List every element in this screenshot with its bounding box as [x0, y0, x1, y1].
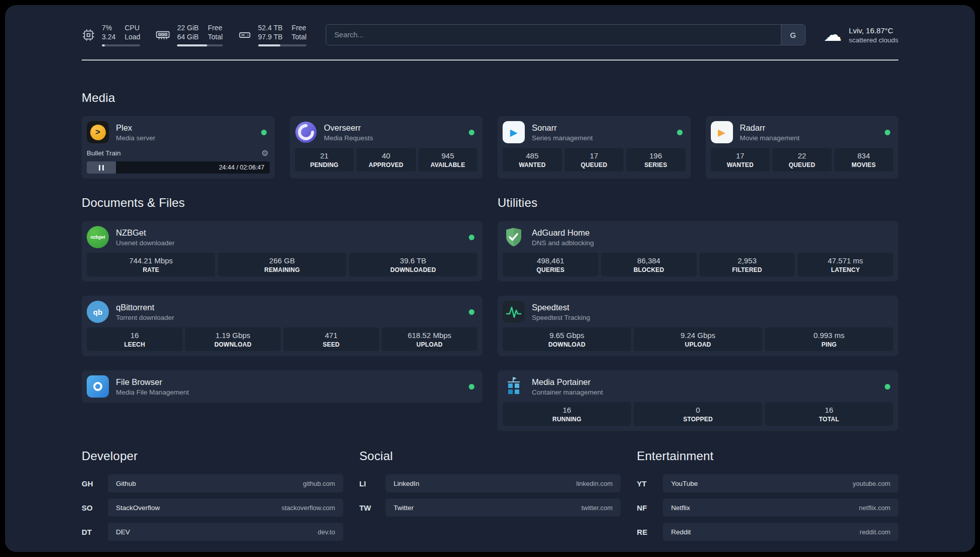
- bookmark-name: Twitter: [394, 504, 414, 512]
- stat-tile: 485 WANTED: [503, 148, 562, 172]
- stat-label: QUERIES: [505, 266, 596, 273]
- bookmark-link-github[interactable]: GH Github github.com: [82, 474, 343, 492]
- service-card-radarr[interactable]: ▶ Radarr Movie management 17 WANTED 22 Q…: [706, 116, 899, 179]
- status-indicator: [469, 130, 474, 135]
- service-name: Plex: [116, 123, 155, 133]
- bookmark-link-netflix[interactable]: NF Netflix netflix.com: [637, 498, 898, 517]
- stat-tile: 86,384 BLOCKED: [601, 253, 697, 276]
- dashboard-panel: 7% 3.24 CPU Load: [5, 5, 975, 552]
- stat-value: 196: [628, 151, 684, 160]
- status-indicator: [469, 309, 474, 315]
- radarr-icon: ▶: [711, 121, 733, 143]
- stat-tile: 22 QUEUED: [772, 148, 832, 172]
- stat-value: 9.65 Gbps: [505, 331, 629, 340]
- stat-value: 2,953: [701, 256, 793, 265]
- section-title-social: Social: [359, 449, 621, 463]
- service-card-speedtest[interactable]: Speedtest Speedtest Tracking 9.65 Gbps D…: [498, 296, 898, 356]
- service-subtitle: Media Requests: [324, 134, 374, 142]
- section-media: Media > Plex Media server Bullet Train ⚙: [82, 91, 898, 179]
- stat-label: DOWNLOAD: [505, 341, 629, 348]
- service-card-portainer[interactable]: Media Portainer Container management 16 …: [498, 370, 898, 431]
- stat-label: LATENCY: [800, 266, 891, 273]
- memory-free: 22 GiB: [177, 23, 199, 32]
- overseerr-icon: [295, 121, 317, 143]
- stat-tile: 16 RUNNING: [503, 402, 631, 426]
- stat-value: 945: [420, 151, 476, 160]
- bookmark-abbr: NF: [637, 504, 663, 512]
- status-indicator: [885, 384, 890, 389]
- service-card-overseerr[interactable]: Overseerr Media Requests 21 PENDING 40 A…: [290, 116, 483, 179]
- bookmark-url: netflix.com: [859, 504, 890, 512]
- service-name: Speedtest: [532, 303, 590, 312]
- search-provider-button[interactable]: G: [781, 25, 805, 45]
- memory-total-label: Total: [208, 32, 223, 41]
- stat-tile: 618.52 Mbps UPLOAD: [382, 327, 477, 351]
- sonarr-icon: ▶: [503, 121, 525, 143]
- media-progress-bar: 24:44 / 02:06:47: [87, 161, 270, 174]
- disk-icon: [238, 28, 252, 42]
- service-name: File Browser: [116, 377, 189, 387]
- stat-tile: 39.6 TB DOWNLOADED: [349, 253, 477, 276]
- stat-value: 22: [774, 151, 830, 160]
- bookmark-name: YouTube: [671, 480, 698, 487]
- bookmark-abbr: GH: [82, 479, 108, 488]
- storage-free: 52.4 TB: [258, 23, 283, 32]
- status-indicator: [261, 130, 267, 135]
- stat-label: PENDING: [297, 161, 352, 169]
- stat-label: AVAILABLE: [420, 161, 476, 169]
- bookmark-link-stackoverflow[interactable]: SO StackOverflow stackoverflow.com: [82, 498, 343, 517]
- status-indicator: [885, 130, 890, 135]
- status-indicator: [677, 130, 683, 135]
- search-input[interactable]: [326, 25, 781, 45]
- service-card-adguard[interactable]: AdGuard Home DNS and adblocking 498,461 …: [498, 221, 898, 282]
- stat-label: DOWNLOADED: [351, 266, 475, 273]
- stat-label: QUEUED: [567, 161, 622, 169]
- memory-icon: [155, 27, 170, 42]
- pause-button[interactable]: [87, 161, 116, 174]
- status-indicator: [469, 235, 474, 240]
- bookmark-url: youtube.com: [853, 480, 890, 487]
- stat-value: 266 GB: [220, 256, 344, 265]
- stat-tile: 0.993 ms PING: [765, 327, 893, 351]
- weather-widget: ☁ Lviv, 16.87°C scattered clouds: [824, 26, 898, 44]
- stat-tile: 9.24 Gbps UPLOAD: [634, 327, 762, 351]
- bookmark-link-twitter[interactable]: TW Twitter twitter.com: [359, 498, 621, 517]
- bookmark-link-youtube[interactable]: YT YouTube youtube.com: [637, 474, 898, 492]
- stat-value: 17: [713, 151, 768, 160]
- service-card-filebrowser[interactable]: File Browser Media File Management: [82, 370, 482, 403]
- stat-tile: 16 LEECH: [87, 327, 182, 351]
- service-card-qbittorrent[interactable]: qb qBittorrent Torrent downloader 16 LEE…: [82, 296, 482, 356]
- nzbget-icon: nzbget: [87, 226, 109, 248]
- weather-location-temp: Lviv, 16.87°C: [849, 26, 898, 35]
- filebrowser-icon: [87, 375, 109, 398]
- memory-progress-bar: [177, 44, 222, 46]
- stat-label: UPLOAD: [636, 341, 760, 348]
- stat-label: UPLOAD: [384, 341, 475, 348]
- stat-tile: 1.19 Gbps DOWNLOAD: [185, 327, 281, 351]
- stat-tile: 47.571 ms LATENCY: [798, 253, 893, 276]
- portainer-icon: [503, 375, 525, 398]
- gear-icon[interactable]: ⚙: [261, 148, 268, 158]
- bookmark-name: LinkedIn: [394, 480, 419, 487]
- stat-value: 0: [636, 406, 760, 414]
- storage-total: 97.9 TB: [258, 32, 283, 41]
- bookmark-name: Netflix: [671, 504, 690, 512]
- stat-value: 47.571 ms: [800, 256, 891, 265]
- stat-label: WANTED: [713, 161, 768, 169]
- stat-value: 21: [297, 151, 352, 160]
- stat-value: 17: [567, 151, 622, 160]
- service-name: Sonarr: [532, 123, 593, 133]
- bookmark-link-reddit[interactable]: RE Reddit reddit.com: [637, 523, 898, 541]
- search-bar: G: [326, 24, 806, 45]
- playback-time: 24:44 / 02:06:47: [219, 164, 269, 171]
- service-card-nzbget[interactable]: nzbget NZBGet Usenet downloader 744.21 M…: [82, 221, 482, 282]
- service-name: Radarr: [740, 123, 800, 133]
- bookmark-abbr: DT: [82, 528, 108, 536]
- bookmark-link-dev[interactable]: DT DEV dev.to: [82, 523, 343, 541]
- service-card-sonarr[interactable]: ▶ Sonarr Series management 485 WANTED 17…: [498, 116, 691, 179]
- stat-tile: 17 QUEUED: [565, 148, 624, 172]
- bookmark-url: dev.to: [318, 528, 335, 536]
- stat-tile: 498,461 QUERIES: [503, 253, 598, 276]
- service-card-plex[interactable]: > Plex Media server Bullet Train ⚙ 24:44…: [82, 116, 275, 179]
- bookmark-link-linkedin[interactable]: LI LinkedIn linkedin.com: [359, 474, 621, 492]
